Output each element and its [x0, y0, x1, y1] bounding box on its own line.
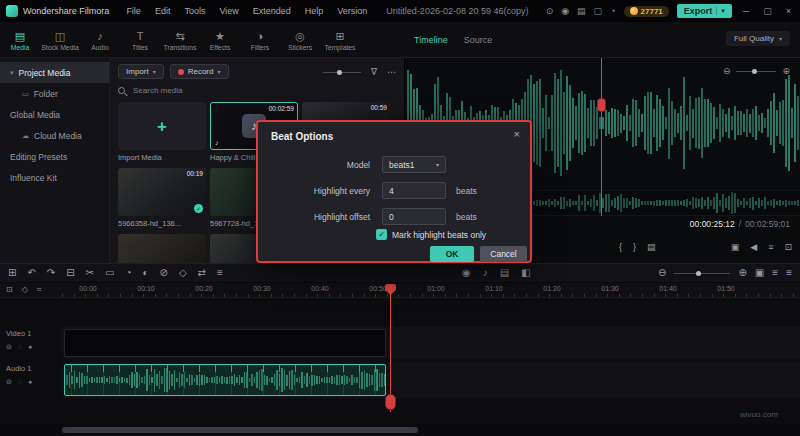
mask-icon[interactable]: ⊘: [160, 268, 168, 278]
close-button[interactable]: ×: [783, 6, 794, 16]
tab-media[interactable]: ▤ Media: [0, 29, 40, 51]
marker-icon[interactable]: ▤: [500, 268, 509, 278]
mute-icon[interactable]: ◌: [18, 378, 22, 385]
tab-effects[interactable]: ★ Effects: [200, 29, 240, 51]
layout-icon[interactable]: ▤: [577, 6, 586, 16]
menu-view[interactable]: View: [212, 6, 245, 16]
ok-button[interactable]: OK: [430, 246, 474, 262]
menu-extended[interactable]: Extended: [246, 6, 298, 16]
redo-icon[interactable]: ↷: [47, 268, 55, 278]
sidebar-item-influence-kit[interactable]: Influence Kit: [0, 167, 109, 188]
transition-icon[interactable]: ⇄: [198, 268, 206, 278]
playhead-bottom-handle[interactable]: [385, 394, 396, 410]
visibility-icon[interactable]: ●: [28, 378, 32, 385]
source-playhead-handle[interactable]: [597, 98, 606, 112]
record-button[interactable]: Record ▾: [170, 64, 229, 79]
audio-clip[interactable]: [64, 364, 386, 396]
fit-timeline-icon[interactable]: ▣: [755, 268, 764, 278]
source-playhead-line[interactable]: [601, 58, 602, 216]
mark-out-icon[interactable]: }: [633, 243, 636, 252]
visibility-icon[interactable]: ●: [28, 343, 32, 350]
tab-source[interactable]: Source: [464, 35, 493, 45]
lock-icon[interactable]: ⊘: [6, 343, 12, 350]
dialog-close-icon[interactable]: ×: [514, 128, 520, 140]
sidebar-item-project-media[interactable]: ▾ Project Media: [0, 62, 109, 83]
tab-transitions[interactable]: ⇆ Transitions: [160, 29, 200, 51]
mute-icon[interactable]: ◌: [18, 343, 22, 350]
media-item-video[interactable]: [118, 234, 206, 263]
media-item-video[interactable]: 00:19 ✓: [118, 168, 206, 216]
record-screen-icon[interactable]: ◉: [462, 268, 471, 278]
playhead-line[interactable]: [390, 284, 391, 412]
export-button[interactable]: Export ▾: [677, 4, 732, 18]
avatar-icon[interactable]: ◉: [561, 6, 569, 16]
menu-help[interactable]: Help: [298, 6, 331, 16]
model-select[interactable]: beats1 ▾: [382, 156, 446, 173]
split-icon[interactable]: ✂: [86, 268, 94, 278]
mark-highlight-checkbox[interactable]: ✓: [376, 229, 387, 240]
audio-mixer-icon[interactable]: ♪: [483, 268, 488, 278]
maximize-button[interactable]: ▢: [760, 6, 775, 16]
tab-titles[interactable]: T Titles: [120, 29, 160, 51]
microphone-icon[interactable]: ⊙: [546, 6, 554, 16]
cancel-button[interactable]: Cancel: [480, 246, 527, 262]
timeline-zoom-in-icon[interactable]: ⊕: [738, 268, 746, 278]
tab-audio[interactable]: ♪ Audio: [80, 29, 120, 51]
lock-icon[interactable]: ⊘: [6, 378, 12, 385]
fullscreen-icon[interactable]: ⊡: [784, 243, 792, 252]
delete-icon[interactable]: ⊟: [66, 268, 74, 278]
horizontal-scrollbar[interactable]: [0, 424, 800, 436]
speaker-icon[interactable]: ◀: [750, 243, 757, 252]
import-button[interactable]: Import ▾: [118, 64, 164, 79]
menu-version[interactable]: Version: [330, 6, 374, 16]
sidebar-item-global-media[interactable]: Global Media: [0, 104, 109, 125]
layout-toggle-icon[interactable]: ⊞: [8, 268, 16, 278]
speed-icon[interactable]: ◔: [125, 268, 131, 278]
search-input[interactable]: [131, 85, 291, 96]
ruler-track[interactable]: 00:0000:1000:2000:3000:4000:5001:0001:10…: [62, 283, 800, 298]
keyframe-icon[interactable]: ◇: [179, 268, 187, 278]
quality-selector[interactable]: Full Quality ▾: [726, 31, 790, 46]
list-view-icon[interactable]: ≡: [786, 268, 792, 278]
sidebar-item-folder[interactable]: ▭ Folder: [0, 83, 109, 104]
auto-ripple-icon[interactable]: ≈: [37, 286, 41, 294]
scrollbar-thumb[interactable]: [62, 427, 418, 433]
tab-stickers[interactable]: ◎ Stickers: [280, 29, 320, 51]
sidebar-item-editing-presets[interactable]: Editing Presets: [0, 146, 109, 167]
sidebar-item-cloud-media[interactable]: ☁ Cloud Media: [0, 125, 109, 146]
snapshot-icon[interactable]: ▣: [731, 243, 740, 252]
minimize-button[interactable]: ─: [740, 6, 752, 16]
snap-icon[interactable]: ⊡: [6, 286, 13, 294]
bell-icon[interactable]: ◔: [610, 6, 615, 16]
points-badge[interactable]: 27771: [624, 6, 669, 17]
zoom-in-icon[interactable]: ⊕: [782, 66, 790, 76]
timeline-ruler[interactable]: ⊡◇≈ 00:0000:1000:2000:3000:4000:5001:000…: [0, 283, 800, 298]
more-options-icon[interactable]: ⋯: [387, 68, 396, 77]
display-icon[interactable]: ▢: [594, 6, 603, 16]
menu-file[interactable]: File: [119, 6, 148, 16]
volume-icon[interactable]: ≡: [768, 243, 773, 252]
tab-timeline[interactable]: Timeline: [414, 35, 448, 45]
properties-icon[interactable]: ≡: [217, 268, 223, 278]
zoom-slider[interactable]: [736, 71, 776, 72]
filter-icon[interactable]: ∇: [371, 68, 377, 77]
import-media-tile[interactable]: +: [118, 102, 206, 150]
preview-quality-icon[interactable]: ▤: [647, 243, 656, 252]
timeline-zoom-knob[interactable]: [696, 271, 701, 276]
thumbnail-size-slider[interactable]: [323, 72, 361, 73]
slider-knob[interactable]: [337, 70, 342, 75]
crop-icon[interactable]: ▭: [105, 268, 114, 278]
mark-in-icon[interactable]: {: [619, 243, 622, 252]
highlight-offset-input[interactable]: [382, 208, 446, 225]
video-clip[interactable]: [64, 329, 386, 357]
color-icon[interactable]: ◐: [142, 268, 148, 278]
track-height-icon[interactable]: ≡: [772, 268, 778, 278]
menu-tools[interactable]: Tools: [177, 6, 212, 16]
magnet-icon[interactable]: ◇: [22, 286, 28, 294]
zoom-knob[interactable]: [752, 69, 757, 74]
highlight-every-input[interactable]: [382, 182, 446, 199]
timeline-zoom-slider[interactable]: [674, 273, 730, 274]
export-caret-icon[interactable]: ▾: [716, 7, 725, 15]
render-icon[interactable]: ◧: [521, 268, 530, 278]
undo-icon[interactable]: ↶: [27, 268, 35, 278]
